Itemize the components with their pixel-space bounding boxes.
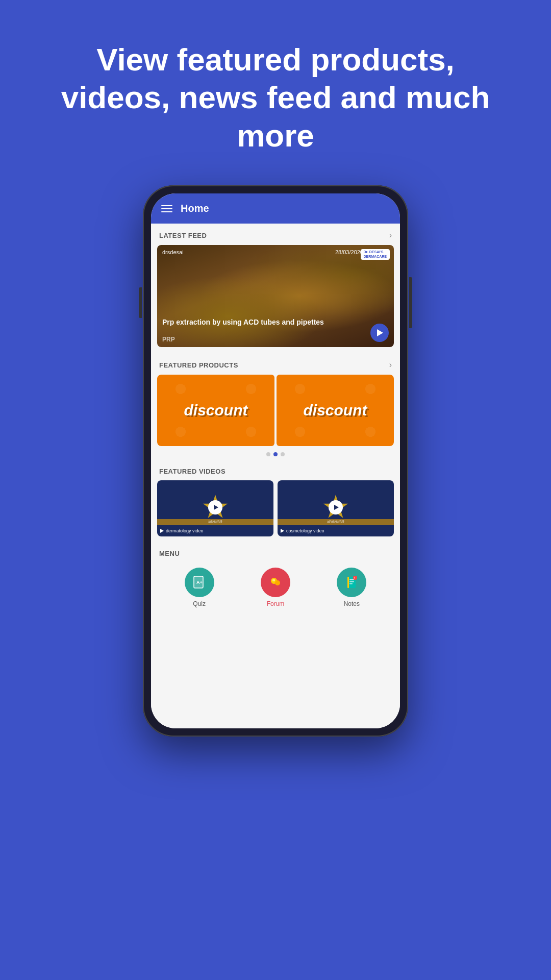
video-label-1: dermatology video bbox=[166, 528, 204, 533]
video-play-center-2 bbox=[329, 500, 343, 514]
carousel-dot-2[interactable] bbox=[273, 452, 278, 456]
screen-content[interactable]: LATEST FEED › Dr. DESAI'S DERMACARE drsd… bbox=[151, 224, 400, 728]
feed-logo: Dr. DESAI'S DERMACARE bbox=[361, 249, 390, 260]
forum-label: Forum bbox=[267, 600, 285, 607]
phone-mockup: Home LATEST FEED › Dr. DESAI'S DERMACARE… bbox=[143, 185, 408, 941]
svg-point-4 bbox=[275, 580, 280, 585]
videos-grid: डर्मेटोलॉजी dermatology video कॉस्मेटोलॉ… bbox=[157, 480, 394, 536]
featured-videos-header: FEATURED VIDEOS bbox=[151, 460, 400, 480]
video-label-row-2: cosmetology video bbox=[281, 528, 391, 533]
menu-section: MENU A+ Quiz bbox=[151, 543, 400, 621]
featured-products-header: FEATURED PRODUCTS › bbox=[151, 353, 400, 375]
latest-feed-header: LATEST FEED › bbox=[151, 224, 400, 245]
menu-title: MENU bbox=[159, 550, 180, 557]
hindi-banner-2: कॉस्मेटोलॉजी bbox=[278, 519, 394, 525]
svg-text:!: ! bbox=[354, 577, 355, 580]
video-star-icon-2 bbox=[320, 492, 351, 523]
svg-rect-8 bbox=[349, 579, 354, 580]
video-star-icon-1 bbox=[200, 492, 231, 523]
app-header: Home bbox=[151, 193, 400, 224]
svg-text:A+: A+ bbox=[196, 580, 203, 585]
product-card-1[interactable]: discount bbox=[157, 375, 274, 446]
menu-item-quiz[interactable]: A+ Quiz bbox=[185, 568, 214, 607]
feed-label: PRP bbox=[162, 336, 175, 343]
quiz-label: Quiz bbox=[193, 600, 206, 607]
feed-meta: drsdesai 28/03/2020 bbox=[162, 249, 348, 255]
featured-products-title: FEATURED PRODUCTS bbox=[159, 361, 238, 369]
quiz-icon: A+ bbox=[185, 568, 214, 597]
phone-screen: Home LATEST FEED › Dr. DESAI'S DERMACARE… bbox=[151, 193, 400, 728]
latest-feed-title: LATEST FEED bbox=[159, 232, 207, 239]
video-card-dermatology[interactable]: डर्मेटोलॉजी dermatology video bbox=[157, 480, 273, 536]
feed-play-button[interactable] bbox=[370, 324, 389, 342]
svg-rect-10 bbox=[349, 583, 353, 584]
notes-label: Notes bbox=[344, 600, 360, 607]
video-play-center-1 bbox=[208, 500, 222, 514]
menu-header: MENU bbox=[151, 543, 400, 562]
carousel-dots bbox=[151, 448, 400, 460]
svg-rect-5 bbox=[272, 579, 275, 581]
products-carousel[interactable]: discount discount bbox=[157, 375, 394, 446]
svg-rect-7 bbox=[347, 577, 349, 588]
menu-item-notes[interactable]: ! Notes bbox=[337, 568, 366, 607]
carousel-dot-3[interactable] bbox=[281, 452, 285, 456]
notes-icon: ! bbox=[337, 568, 366, 597]
menu-icons-row: A+ Quiz bbox=[151, 562, 400, 612]
svg-rect-9 bbox=[349, 581, 354, 582]
featured-videos-title: FEATURED VIDEOS bbox=[159, 468, 226, 475]
hindi-banner-1: डर्मेटोलॉजी bbox=[157, 519, 273, 525]
product-card-2[interactable]: discount bbox=[277, 375, 394, 446]
carousel-dot-1[interactable] bbox=[266, 452, 270, 456]
video-label-row-1: dermatology video bbox=[160, 528, 270, 533]
featured-products-chevron-icon[interactable]: › bbox=[389, 360, 392, 370]
product-discount-label-2: discount bbox=[304, 402, 367, 419]
feed-caption: Prp extraction by using ACD tubes and pi… bbox=[162, 317, 389, 327]
video-play-small-icon-1 bbox=[160, 529, 164, 533]
feed-username: drsdesai bbox=[162, 249, 184, 255]
page-headline: View featured products, videos, news fee… bbox=[0, 0, 551, 185]
forum-icon bbox=[261, 568, 290, 597]
video-card-cosmetology[interactable]: कॉस्मेटोलॉजी cosmetology video bbox=[278, 480, 394, 536]
feed-date: 28/03/2020 bbox=[335, 249, 363, 255]
feed-video-card[interactable]: Dr. DESAI'S DERMACARE drsdesai 28/03/202… bbox=[157, 245, 394, 347]
menu-item-forum[interactable]: Forum bbox=[261, 568, 290, 607]
video-play-small-icon-2 bbox=[281, 529, 284, 533]
product-discount-label-1: discount bbox=[184, 402, 248, 419]
phone-frame: Home LATEST FEED › Dr. DESAI'S DERMACARE… bbox=[143, 185, 408, 737]
menu-hamburger-icon[interactable] bbox=[161, 205, 172, 212]
header-title: Home bbox=[181, 203, 209, 214]
feed-video-image bbox=[157, 245, 394, 347]
latest-feed-chevron-icon[interactable]: › bbox=[389, 231, 392, 240]
video-label-2: cosmetology video bbox=[286, 528, 324, 533]
